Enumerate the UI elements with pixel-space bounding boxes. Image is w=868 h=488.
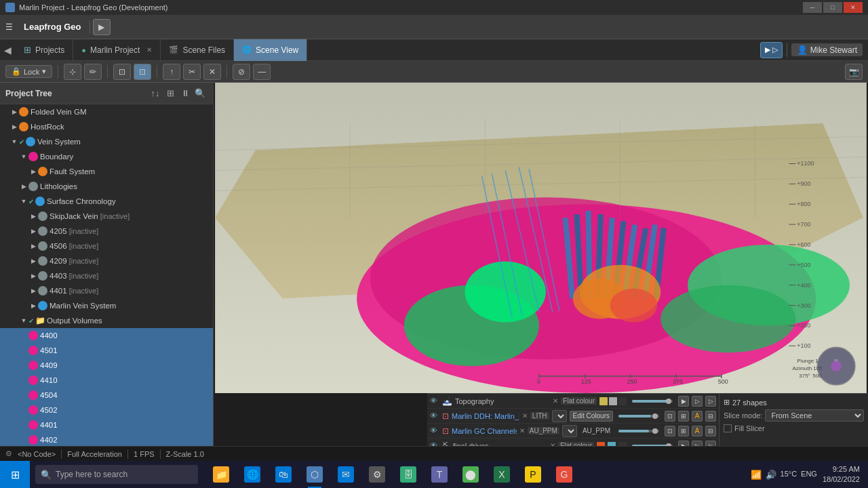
tree-item-boundary[interactable]: ▼ Boundary [0,149,213,164]
taskbar-app-leapfrog[interactable]: ⬡ [300,461,330,488]
swatch-3[interactable] [618,397,627,405]
tree-item-4209[interactable]: ▶ 4209 [inactive] [0,253,213,268]
line-tool[interactable]: — [253,64,271,80]
tree-item-vein-system[interactable]: ▼ ✔ Vein System [0,134,213,149]
tree-item-4409[interactable]: 4409 [0,358,213,373]
tab-marlin-close[interactable]: ✕ [146,46,152,54]
tree-item-4506[interactable]: ▶ 4506 [inactive] [0,239,213,253]
tree-item-skipjack[interactable]: ▶ SkipJack Vein [inactive] [0,209,213,224]
layer-opacity-slider[interactable] [632,400,673,403]
system-clock[interactable]: 9:25 AM 18/02/2022 [823,464,860,485]
tab-projects[interactable]: ⊞ Projects [16,39,73,61]
swatch-1[interactable] [599,397,608,405]
network-icon[interactable]: 📶 [751,470,762,480]
tree-toggle[interactable]: ▼ [19,197,28,206]
restore-button[interactable]: □ [823,2,842,13]
layer-play2-btn[interactable]: ▷ [692,396,703,407]
toolbar-play-btn[interactable]: ▶ [93,19,111,35]
taskbar-app-powerbi[interactable]: P [518,461,548,488]
user-menu-btn[interactable]: 👤 Mike Stewart [791,43,863,56]
tree-item-4205[interactable]: ▶ 4205 [inactive] [0,224,213,239]
layer-close-ddh[interactable]: ✕ [522,412,528,420]
tree-toggle[interactable]: ▶ [28,241,38,251]
camera-btn[interactable]: 📷 [845,64,863,80]
tree-item-folded-vein-gm[interactable]: ▶ Folded Vein GM [0,104,213,119]
tree-toggle[interactable]: ▶ [28,286,38,296]
box-tool[interactable]: ⊡ [134,64,151,80]
tree-toggle[interactable]: ▶ [28,211,38,221]
tree-item-4402[interactable]: 4402 [0,432,213,447]
tree-item-output-volumes[interactable]: ▼ ✔ 📁 Output Volumes [0,313,213,328]
measure-tool[interactable]: ⊡ [113,64,131,80]
volume-icon[interactable]: 🔊 [766,470,776,480]
tabs-scroll-left[interactable]: ◀ [0,45,16,56]
tree-item-fault-system[interactable]: ▶ Fault System [0,164,213,179]
eraser-tool[interactable]: ⊘ [233,64,250,80]
tree-item-4504[interactable]: 4504 [0,388,213,403]
sort-tree-btn[interactable]: ↑↓ [148,86,163,101]
tree-item-4401-inactive[interactable]: ▶ 4401 [inactive] [0,283,213,298]
ddh-action-3[interactable]: A [692,411,703,422]
taskbar-search[interactable]: 🔍 Type here to search [35,465,198,484]
layer-close-gc[interactable]: ✕ [519,427,525,434]
taskbar-app-outlook[interactable]: ✉ [331,461,361,488]
taskbar-app-excel[interactable]: X [487,461,517,488]
ddh-action-4[interactable]: ⊟ [705,411,716,422]
tree-item-4502[interactable]: 4502 [0,403,213,418]
gc-link[interactable]: Marlin GC Channels: Marlin_GC_assay [452,427,517,435]
taskbar-app-store[interactable]: 🛍 [269,461,298,488]
taskbar-app-explorer[interactable]: 📁 [206,461,236,488]
search-tree-btn[interactable]: 🔍 [193,86,208,101]
taskbar-app-settings[interactable]: ⚙ [362,461,392,488]
layer-play3-btn[interactable]: ▷ [705,396,716,407]
tree-toggle[interactable]: ▶ [19,182,28,191]
taskbar-app-edge[interactable]: 🌐 [237,461,267,488]
gc-action-1[interactable]: ⊡ [665,426,675,436]
hand-tool[interactable]: ↑ [163,64,180,80]
hamburger-menu[interactable]: ☰ [0,20,18,35]
ddh-action-1[interactable]: ⊡ [665,411,675,422]
cross-tool[interactable]: ✕ [203,64,221,80]
tree-item-4410[interactable]: 4410 [0,373,213,388]
tab-marlin-project[interactable]: ● Marlin Project ✕ [73,39,161,61]
start-button[interactable]: ⊞ [0,461,30,488]
taskbar-app-app1[interactable]: G [549,461,579,488]
tree-toggle[interactable]: ▶ [28,256,38,266]
lock-button[interactable]: 🔒 Lock ▾ [5,65,52,78]
pencil-tool[interactable]: ✏ [84,64,102,80]
gc-action-3[interactable]: A [692,426,703,436]
minimize-button[interactable]: ─ [803,2,822,13]
tree-toggle[interactable]: ▼ [9,137,19,146]
tree-toggle[interactable]: ▶ [28,226,38,236]
tab-scene-files[interactable]: 🎬 Scene Files [161,39,234,61]
tree-toggle[interactable]: ▼ [19,316,28,325]
gc-opacity-slider[interactable] [618,430,659,432]
pointer-tool[interactable]: ⊹ [64,64,81,80]
scene-viewport[interactable]: +1100 +900 +800 +700 +600 +500 +400 +300 [214,83,868,393]
tab-scene-view[interactable]: 🌐 Scene View [234,39,307,61]
tree-item-4401[interactable]: 4401 [0,418,213,432]
tree-toggle[interactable]: ▶ [28,167,38,176]
taskbar-app-teams[interactable]: T [425,461,454,488]
tree-toggle[interactable]: ▶ [28,271,38,281]
layer-close-topo[interactable]: ✕ [553,397,558,405]
gc-select[interactable] [562,425,577,437]
tree-toggle[interactable]: ▼ [19,152,28,161]
pause-tree-btn[interactable]: ⏸ [178,86,193,101]
close-button[interactable]: ✕ [844,2,863,13]
tree-item-hostrock[interactable]: ▶ HostRock [0,119,213,134]
ddh-opacity-slider[interactable] [618,415,659,418]
taskbar-app-chrome[interactable]: ⬤ [456,461,486,488]
layer-play-btn[interactable]: ▶ [678,396,689,407]
tree-item-surface-chronology[interactable]: ▼ ✔ Surface Chronology [0,194,213,209]
tree-item-4403[interactable]: ▶ 4403 [inactive] [0,268,213,283]
gc-action-2[interactable]: ⊞ [678,426,689,436]
ddh-link[interactable]: Marlin DDH: Marlin_DDH_geology [452,412,519,420]
tree-toggle[interactable]: ▶ [9,122,19,131]
lith-select[interactable] [552,410,567,422]
vis-toggle-gc[interactable]: 👁 [430,426,439,436]
ddh-action-2[interactable]: ⊞ [678,411,689,422]
swatch-2[interactable] [609,397,617,405]
tree-item-marlin-vein-system[interactable]: ▶ Marlin Vein System [0,298,213,313]
slice-mode-select[interactable]: From Scene [765,409,864,422]
